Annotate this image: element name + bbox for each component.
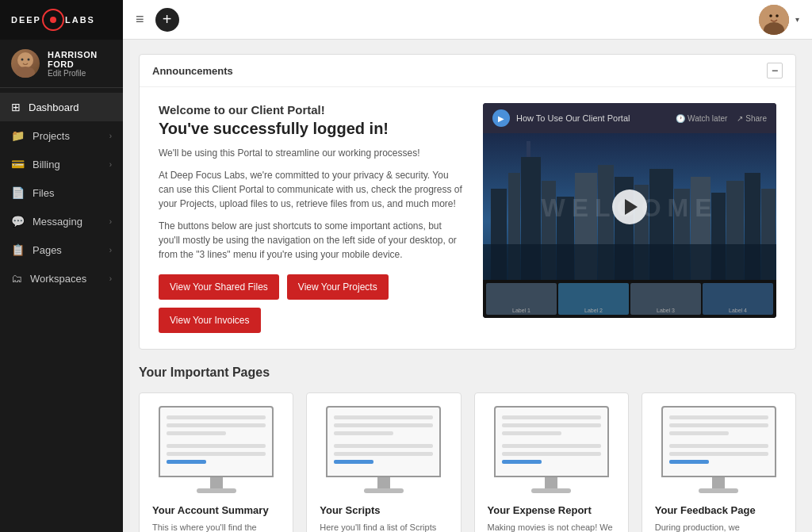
sidebar-item-label: Messaging — [33, 216, 82, 228]
watch-later-button[interactable]: 🕐 Watch later — [676, 114, 727, 123]
svg-point-7 — [769, 14, 772, 17]
chevron-right-icon: › — [109, 217, 112, 226]
sidebar-item-projects[interactable]: 📁 Projects › — [0, 121, 123, 150]
panel-body: Welcome to our Client Portal! You've suc… — [140, 87, 795, 349]
page-card-title: Your Account Summary — [152, 504, 280, 516]
view-invoices-button[interactable]: View Your Invoices — [159, 308, 261, 333]
page-card-title: Your Feedback Page — [655, 504, 783, 516]
monitor-stand — [377, 477, 390, 488]
video-title: How To Use Our Client Portal — [516, 113, 630, 123]
page-card-scripts[interactable]: Your Scripts Here you'll find a list of … — [306, 392, 461, 532]
monitor-illustration — [655, 406, 783, 493]
sidebar-item-label: Workspaces — [30, 273, 86, 285]
projects-icon: 📁 — [11, 129, 25, 142]
monitor-screen — [326, 406, 441, 477]
view-projects-button[interactable]: View Your Projects — [287, 274, 389, 300]
hamburger-button[interactable]: ≡ — [136, 11, 144, 28]
svg-point-3 — [28, 59, 30, 61]
svg-point-8 — [776, 14, 779, 17]
chevron-right-icon: › — [109, 160, 112, 169]
thumb-item: Label 4 — [703, 283, 773, 315]
main-area: ≡ + ▾ — [123, 0, 812, 532]
monitor-stand — [712, 477, 725, 488]
minimize-button[interactable]: − — [767, 63, 783, 78]
sidebar-item-label: Dashboard — [29, 101, 79, 113]
video-actions: 🕐 Watch later ↗ Share — [676, 114, 767, 123]
topbar: ≡ + ▾ — [123, 0, 812, 40]
thumb-item: Label 1 — [486, 283, 557, 315]
action-buttons: View Your Shared Files View Your Project… — [159, 274, 464, 333]
panel-header: Announcements − — [140, 55, 795, 87]
logo-area: DEEP LABS — [0, 0, 123, 40]
user-avatar-topbar[interactable] — [759, 5, 789, 35]
chevron-right-icon: › — [109, 246, 112, 255]
page-card-desc: During production, we encourage our acto… — [655, 521, 783, 532]
monitor-screen — [159, 406, 274, 477]
desc2: At Deep Focus Labs, we're committed to y… — [159, 168, 464, 211]
pages-grid: Your Account Summary This is where you'l… — [139, 392, 796, 532]
add-button[interactable]: + — [155, 8, 179, 32]
sidebar-item-messaging[interactable]: 💬 Messaging › — [0, 207, 123, 235]
monitor-illustration — [152, 406, 280, 493]
logo-focus — [41, 9, 65, 31]
monitor-screen — [661, 406, 776, 477]
page-card-expense-report[interactable]: Your Expense Report Making movies is not… — [474, 392, 629, 532]
sidebar-item-label: Files — [33, 187, 54, 199]
sidebar: DEEP LABS HARRISON FORD Edit Profile — [0, 0, 123, 532]
sidebar-item-workspaces[interactable]: 🗂 Workspaces › — [0, 264, 123, 293]
sidebar-item-dashboard[interactable]: ⊞ Dashboard — [0, 93, 123, 121]
user-info: HARRISON FORD Edit Profile — [48, 50, 112, 78]
desc1: We'll be using this Portal to streamline… — [159, 146, 464, 160]
page-card-account-summary[interactable]: Your Account Summary This is where you'l… — [139, 392, 293, 532]
share-button[interactable]: ↗ Share — [737, 114, 767, 123]
view-shared-files-button[interactable]: View Your Shared Files — [159, 274, 279, 300]
page-card-desc: Here you'll find a list of Scripts that … — [320, 521, 447, 532]
video-thumbnail: ▶ How To Use Our Client Portal 🕐 Watch l… — [483, 103, 776, 318]
play-button[interactable] — [612, 189, 647, 224]
svg-point-2 — [21, 59, 24, 61]
page-card-desc: Making movies is not cheap! We take care… — [488, 521, 615, 532]
sidebar-item-label: Billing — [33, 159, 60, 170]
sidebar-item-billing[interactable]: 💳 Billing › — [0, 150, 123, 178]
nav-menu: ⊞ Dashboard 📁 Projects › 💳 Billing › 📄 F… — [0, 88, 123, 532]
monitor-base — [197, 488, 236, 493]
video-channel-icon: ▶ — [492, 109, 510, 127]
avatar — [11, 49, 40, 78]
thumb-item: Label 3 — [630, 283, 701, 315]
thumb-item: Label 2 — [558, 283, 629, 315]
page-card-feedback[interactable]: Your Feedback Page During production, we… — [642, 392, 796, 532]
monitor-screen — [494, 406, 609, 477]
svg-point-0 — [17, 52, 33, 68]
announcements-panel: Announcements − Welcome to our Client Po… — [139, 54, 796, 350]
svg-rect-13 — [527, 141, 530, 157]
pages-icon: 📋 — [11, 243, 25, 256]
monitor-illustration — [320, 406, 447, 493]
video-header-left: ▶ How To Use Our Client Portal — [492, 109, 630, 127]
messaging-icon: 💬 — [11, 215, 25, 228]
files-icon: 📄 — [11, 186, 25, 199]
logo-deep: DEEP — [11, 15, 41, 25]
panel-title: Announcements — [152, 65, 233, 77]
monitor-illustration — [488, 406, 615, 493]
page-card-title: Your Scripts — [320, 504, 447, 516]
chevron-right-icon: › — [109, 132, 112, 140]
monitor-base — [364, 488, 404, 493]
page-card-title: Your Expense Report — [488, 504, 615, 516]
sidebar-item-pages[interactable]: 📋 Pages › — [0, 235, 123, 264]
logo-circle-icon — [42, 9, 64, 31]
monitor-stand — [545, 477, 557, 488]
desc3: The buttons below are just shortcuts to … — [159, 219, 464, 262]
monitor-base — [699, 488, 738, 493]
svg-point-1 — [16, 67, 35, 78]
logged-in-title: You've successfully logged in! — [159, 120, 464, 138]
workspaces-icon: 🗂 — [11, 272, 22, 285]
topbar-right: ▾ — [759, 5, 799, 35]
dashboard-icon: ⊞ — [11, 101, 21, 113]
video-image: WELCOME — [483, 133, 776, 280]
edit-profile-link[interactable]: Edit Profile — [48, 69, 112, 78]
sidebar-item-files[interactable]: 📄 Files — [0, 178, 123, 207]
sidebar-item-label: Projects — [33, 130, 70, 142]
billing-icon: 💳 — [11, 158, 25, 170]
video-thumbstrip: Label 1 Label 2 Label 3 Label 4 — [483, 280, 776, 318]
logo-labs: LABS — [65, 15, 95, 25]
